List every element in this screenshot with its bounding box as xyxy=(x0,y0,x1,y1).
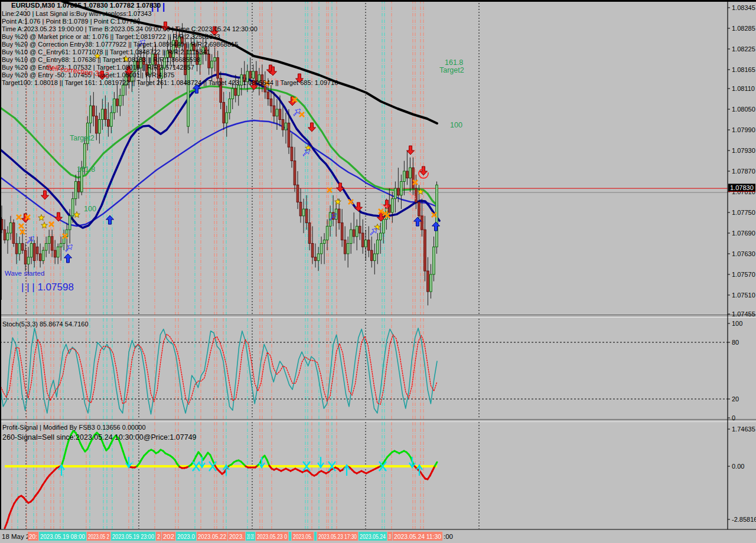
bear-candle xyxy=(249,71,252,78)
bull-candle xyxy=(302,209,305,216)
time-marker-text: 2023.0 xyxy=(177,533,195,540)
bear-candle xyxy=(208,54,210,68)
bull-candle xyxy=(433,247,435,274)
bear-candle xyxy=(424,230,426,271)
window-top-edge xyxy=(0,0,756,2)
profit-axis-label: 0.00 xyxy=(732,463,744,470)
bull-candle xyxy=(102,109,104,119)
bear-candle xyxy=(107,120,110,127)
bull-candle xyxy=(347,243,349,253)
bear-candle xyxy=(24,250,27,264)
bear-candle xyxy=(51,237,53,250)
bear-candle xyxy=(367,240,370,250)
bear-candle xyxy=(282,120,284,130)
bull-candle xyxy=(71,199,74,216)
bear-candle xyxy=(341,223,343,240)
time-marker-text: 2023.05.24 11:30 xyxy=(394,533,441,540)
time-marker-text: 2023.05.19 08:00 xyxy=(40,533,85,540)
profit-signal-label: Profit-Signal | Modified By FSB3 0.13656… xyxy=(2,424,146,431)
bear-candle xyxy=(264,85,266,92)
bull-candle xyxy=(232,89,234,99)
time-marker-text: 2023.05. xyxy=(293,533,312,540)
price-axis-label: 1.07570 xyxy=(732,271,755,278)
price-axis-label: 1.07870 xyxy=(732,168,755,175)
bear-candle xyxy=(361,233,364,247)
bull-candle xyxy=(276,109,278,116)
bear-candle xyxy=(116,99,119,106)
bull-candle xyxy=(317,254,320,261)
bear-candle xyxy=(223,102,225,123)
bull-candle xyxy=(229,99,231,113)
bear-candle xyxy=(338,209,340,223)
time-marker-text: 2023.05.24 xyxy=(360,533,386,540)
price-axis-label: 1.08225 xyxy=(732,45,755,53)
wave-started-label: Wave started xyxy=(5,270,44,277)
stoch-label: Stoch(5,3,3) 85.8674 54.7160 xyxy=(2,320,89,328)
bear-candle xyxy=(270,99,272,106)
bear-candle xyxy=(406,171,409,178)
bull-candle xyxy=(69,216,71,230)
bull-candle xyxy=(226,113,228,123)
info-line: Line:2400 | Last Signal is:Buy with stop… xyxy=(2,10,152,17)
bull-candle xyxy=(376,240,379,254)
price-axis-label: 1.08285 xyxy=(732,25,755,32)
stoch-axis-label: 0 xyxy=(732,414,735,421)
time-marker-text: 20: xyxy=(29,533,37,540)
price-axis-label: 1.08050 xyxy=(732,106,755,113)
price-axis-label: 1.08110 xyxy=(732,85,755,92)
bull-candle xyxy=(395,188,397,198)
fibo-level-label: 100 xyxy=(84,205,96,213)
time-marker-box xyxy=(314,532,317,541)
price-axis-label: 1.07690 xyxy=(732,230,755,237)
price-axis-label: 1.08165 xyxy=(732,66,755,73)
bear-candle xyxy=(353,230,355,237)
bear-candle xyxy=(279,109,281,119)
bull-candle xyxy=(350,230,352,243)
bull-candle xyxy=(373,254,376,261)
bull-candle xyxy=(45,243,47,250)
bear-candle xyxy=(308,223,311,243)
bear-candle xyxy=(305,209,308,223)
bull-candle xyxy=(237,85,240,95)
bull-candle xyxy=(110,113,113,126)
bull-candle xyxy=(42,250,44,260)
price-axis-label: 1.07510 xyxy=(732,292,755,299)
info-line: Point A:1.076 | Point B:1.0789 | Point C… xyxy=(2,18,140,25)
bear-candle xyxy=(105,109,107,119)
stoch-axis-label: 100 xyxy=(732,320,742,327)
bull-candle xyxy=(9,223,12,233)
bull-candle xyxy=(379,233,382,240)
price-axis-label: 1.07990 xyxy=(732,126,755,133)
wave-price-label: | | | 1.07598 xyxy=(21,282,74,293)
bull-candle xyxy=(119,96,122,106)
chart-window: EURUSD,M30 1.07805 1.07830 1.07782 1.078… xyxy=(0,0,756,543)
symbol-title: EURUSD,M30 1.07805 1.07830 1.07782 1.078… xyxy=(11,2,161,9)
bull-candle xyxy=(392,199,394,212)
bear-candle xyxy=(288,123,290,147)
bear-candle xyxy=(299,202,302,215)
bull-candle xyxy=(60,243,62,247)
fibo-level-label: 100 xyxy=(450,121,462,129)
bull-candle xyxy=(252,71,255,78)
bear-candle xyxy=(77,181,80,191)
bear-candle xyxy=(412,168,415,188)
bear-candle xyxy=(370,250,373,260)
bear-candle xyxy=(96,116,98,133)
fibo-level-label: Target2 xyxy=(70,134,94,142)
bear-candle xyxy=(291,147,293,161)
bull-candle xyxy=(211,61,213,68)
bear-candle xyxy=(33,243,35,260)
stoch-axis-label: 80 xyxy=(732,339,739,346)
bull-candle xyxy=(74,181,77,198)
trading-chart-canvas[interactable]: EURUSD,M30 1.07805 1.07830 1.07782 1.078… xyxy=(0,0,756,543)
bull-candle xyxy=(320,243,322,253)
window-left-edge xyxy=(0,0,1,529)
bear-candle xyxy=(21,243,24,250)
time-marker-text: 202 xyxy=(163,533,174,540)
bull-candle xyxy=(364,240,367,247)
time-marker-text: 20 20 xyxy=(247,533,254,540)
bull-candle xyxy=(409,168,412,178)
fibo-level-label: 161.8 xyxy=(445,58,463,67)
bull-candle xyxy=(400,181,403,195)
last-price-tag-text: 1.07830 xyxy=(730,184,754,191)
